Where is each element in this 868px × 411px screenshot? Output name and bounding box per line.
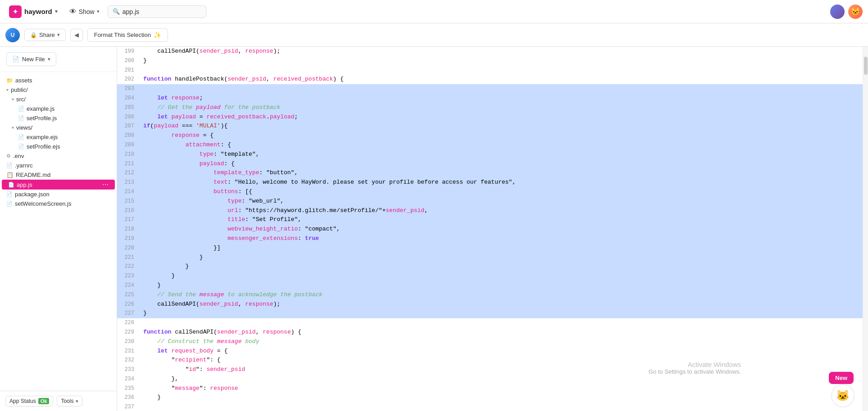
sidebar-item-readme[interactable]: 📋 README.md: [0, 170, 117, 180]
top-bar: ✦ hayword ▾ 👁 Show ▾ 🔍 🐱: [0, 0, 868, 23]
table-row: 217 title: "Set Profile",: [117, 215, 863, 225]
collapse-sidebar-button[interactable]: ◀: [70, 29, 83, 41]
table-row: 209 attachment: {: [117, 140, 863, 150]
user-avatar-1[interactable]: [830, 5, 845, 19]
right-scrollbar[interactable]: [863, 47, 868, 411]
sidebar-item-public[interactable]: ▾ public/: [0, 85, 117, 95]
line-number: 214: [117, 187, 140, 197]
code-editor: 199 callSendAPI(sender_psid, response);2…: [117, 47, 863, 411]
sidebar-item-label: setProfile.js: [27, 115, 57, 122]
show-label: Show: [79, 8, 95, 15]
line-code: attachment: {: [140, 140, 863, 150]
format-label: Format This Selection: [94, 32, 151, 38]
new-file-button[interactable]: 📄 New File ▾: [6, 52, 56, 66]
share-button[interactable]: 🔒 Share ▾: [24, 29, 66, 41]
code-scroll-area[interactable]: 199 callSendAPI(sender_psid, response);2…: [117, 47, 863, 411]
line-number: 199: [117, 47, 140, 56]
line-code: // Construct the message body: [140, 337, 863, 347]
new-file-chevron-icon: ▾: [48, 56, 50, 62]
sidebar-item-label: .yarnrc: [15, 162, 33, 169]
app-status-button[interactable]: App Status Ok: [5, 396, 53, 406]
sidebar-item-example-ejs[interactable]: 📄 example.ejs: [0, 132, 117, 142]
sidebar-item-label: setWelcomeScreen.js: [15, 200, 71, 207]
line-code: let payload = received_postback.payload;: [140, 113, 863, 122]
sidebar-item-setwelcomescreen-js[interactable]: 📄 setWelcomeScreen.js: [0, 199, 117, 208]
line-code: "message": response: [140, 384, 863, 393]
line-number: 224: [117, 281, 140, 290]
table-row: 206 let payload = received_postback.payl…: [117, 113, 863, 122]
sidebar-item-yarnrc[interactable]: 📄 .yarnrc: [0, 161, 117, 170]
app-name-chevron-icon: ▾: [55, 9, 58, 14]
line-number: 200: [117, 56, 140, 66]
sidebar-item-example-js[interactable]: 📄 example.js: [0, 104, 117, 113]
tools-button[interactable]: Tools ▾: [57, 396, 82, 406]
show-button[interactable]: 👁 Show ▾: [65, 5, 104, 18]
sidebar-item-label: .env: [13, 153, 24, 159]
app-name-label: hayword: [24, 8, 52, 15]
sidebar-item-setprofile-ejs[interactable]: 📄 setProfile.ejs: [0, 142, 117, 151]
code-table: 199 callSendAPI(sender_psid, response);2…: [117, 47, 863, 411]
collapse-icon: ◀: [74, 32, 79, 38]
sidebar-item-label: views/: [16, 124, 32, 131]
sidebar-item-label: app.js: [17, 181, 32, 188]
search-input[interactable]: [123, 8, 201, 15]
line-code: callSendAPI(sender_psid, response);: [140, 47, 863, 56]
sidebar-item-label: assets: [15, 77, 32, 84]
sidebar-item-package-json[interactable]: 📄 package.json: [0, 190, 117, 199]
sidebar-item-label: example.ejs: [27, 134, 58, 140]
file-icon: 📄: [6, 163, 13, 168]
line-number: 223: [117, 271, 140, 281]
chevron-down-icon: ▾: [12, 125, 14, 130]
table-row: 225 // Send the message to acknowledge t…: [117, 290, 863, 300]
line-number: 215: [117, 197, 140, 206]
sidebar-item-setprofile-js[interactable]: 📄 setProfile.js: [0, 113, 117, 123]
line-number: 207: [117, 122, 140, 131]
sidebar-item-src[interactable]: ▾ src/: [0, 95, 117, 104]
user-avatar-small[interactable]: U: [5, 28, 20, 42]
chevron-down-icon: ▾: [6, 87, 9, 92]
new-badge[interactable]: New: [829, 372, 854, 384]
table-row: 208 response = {: [117, 131, 863, 140]
table-row: 231 let request_body = {: [117, 347, 863, 356]
sidebar-item-views[interactable]: ▾ views/: [0, 123, 117, 132]
table-row: 236 }: [117, 393, 863, 402]
line-number: 232: [117, 356, 140, 365]
hayword-logo-button[interactable]: ✦ hayword ▾: [5, 4, 61, 20]
line-number: 228: [117, 318, 140, 328]
line-number: 204: [117, 94, 140, 103]
file-icon: 📄: [6, 201, 13, 207]
sidebar-item-env[interactable]: ⚙ .env: [0, 151, 117, 161]
file-icon: 📄: [18, 115, 24, 121]
line-number: 233: [117, 365, 140, 375]
line-number: 225: [117, 290, 140, 300]
share-label: Share: [39, 32, 55, 38]
line-code: function callSendAPI(sender_psid, respon…: [140, 328, 863, 337]
line-number: 210: [117, 150, 140, 159]
user-avatar-2[interactable]: 🐱: [848, 5, 863, 19]
tools-chevron-icon: ▾: [76, 398, 78, 404]
file-icon: 📄: [18, 106, 24, 112]
format-selection-button[interactable]: Format This Selection ✨: [87, 28, 168, 42]
line-code: [140, 84, 863, 94]
scrollbar-thumb[interactable]: [864, 57, 868, 75]
sidebar: 📄 New File ▾ 📁 assets ▾ public/ ▾ src/: [0, 47, 117, 411]
line-number: 206: [117, 113, 140, 122]
line-code: }: [140, 262, 863, 271]
table-row: 211 payload: {: [117, 159, 863, 169]
table-row: 223 }: [117, 271, 863, 281]
line-code: // Get the payload for the postback: [140, 103, 863, 113]
more-options-icon[interactable]: ⋯: [102, 181, 109, 188]
table-row: 215 type: "web_url",: [117, 197, 863, 206]
line-code: webview_height_ratio: "compact",: [140, 225, 863, 234]
sidebar-item-assets[interactable]: 📁 assets: [0, 76, 117, 85]
line-number: 211: [117, 159, 140, 169]
tools-label: Tools: [61, 398, 73, 404]
line-number: 213: [117, 178, 140, 187]
line-code: if(payload === 'MULAI'){: [140, 122, 863, 131]
lock-icon: 🔒: [30, 32, 37, 38]
table-row: 204 let response;: [117, 94, 863, 103]
line-number: 208: [117, 131, 140, 140]
sidebar-item-app-js[interactable]: 📄 app.js ⋯: [2, 180, 115, 190]
search-bar[interactable]: 🔍: [108, 5, 206, 18]
table-row: 202function handlePostback(sender_psid, …: [117, 75, 863, 84]
